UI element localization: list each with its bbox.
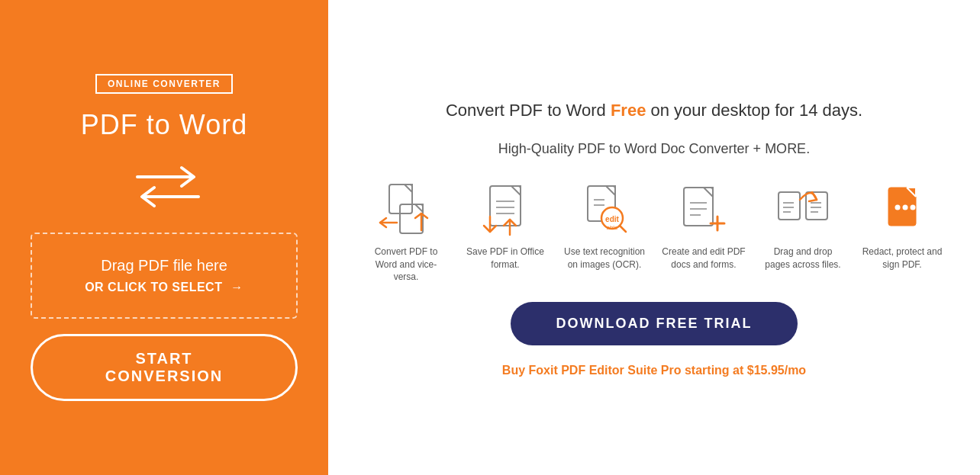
- svg-text:able: able: [606, 224, 618, 231]
- feature-ocr-label: Use text recognition on images (OCR).: [563, 246, 646, 271]
- feature-office: Save PDF in Office format.: [463, 178, 547, 271]
- sub-headline: High-Quality PDF to Word Doc Converter +…: [498, 141, 810, 157]
- headline: Convert PDF to Word Free on your desktop…: [446, 98, 862, 123]
- svg-line-16: [606, 186, 615, 195]
- svg-point-41: [903, 204, 908, 210]
- feature-office-label: Save PDF in Office format.: [463, 246, 547, 271]
- feature-drag: Drag and drop pages across files.: [761, 178, 845, 271]
- badge-label: ONLINE CONVERTER: [95, 74, 233, 94]
- svg-line-20: [620, 226, 626, 232]
- feature-redact: Redact, protect and sign PDF.: [860, 178, 944, 271]
- svg-text:edit: edit: [605, 215, 619, 223]
- drop-main-text: Drag PDF file here: [47, 257, 281, 274]
- svg-line-24: [704, 188, 713, 197]
- svg-line-9: [511, 186, 521, 195]
- svg-point-40: [895, 204, 901, 210]
- click-select-arrow: →: [230, 281, 243, 294]
- converter-title: PDF to Word: [81, 109, 247, 141]
- feature-redact-label: Redact, protect and sign PDF.: [860, 246, 944, 271]
- feature-convert: Convert PDF to Word and vice-versa.: [364, 178, 448, 284]
- right-panel: Convert PDF to Word Free on your desktop…: [328, 0, 980, 475]
- click-select-text: OR CLICK TO SELECT →: [85, 281, 243, 294]
- feature-ocr: edit able Use text recognition on images…: [563, 178, 646, 271]
- download-free-trial-button[interactable]: DOWNLOAD FREE TRIAL: [511, 302, 798, 345]
- feature-edit-label: Create and edit PDF docs and forms.: [662, 246, 746, 271]
- feature-drag-label: Drag and drop pages across files.: [761, 246, 845, 271]
- start-conversion-button[interactable]: START CONVERSION: [31, 334, 298, 401]
- svg-rect-8: [490, 186, 521, 226]
- features-row: Convert PDF to Word and vice-versa. Save…: [364, 178, 944, 284]
- feature-edit: Create and edit PDF docs and forms.: [662, 178, 746, 271]
- promo-link[interactable]: Buy Foxit PDF Editor Suite Pro starting …: [502, 364, 806, 377]
- headline-after: on your desktop for 14 days.: [646, 101, 862, 120]
- headline-before: Convert PDF to Word: [446, 101, 611, 120]
- svg-rect-31: [806, 192, 827, 220]
- headline-free: Free: [611, 101, 646, 120]
- svg-rect-30: [779, 192, 800, 220]
- feature-convert-label: Convert PDF to Word and vice-versa.: [364, 246, 448, 284]
- file-drop-zone[interactable]: Drag PDF file here OR CLICK TO SELECT →: [31, 233, 298, 319]
- left-panel: ONLINE CONVERTER PDF to Word Drag PDF fi…: [0, 0, 328, 475]
- svg-point-42: [911, 204, 916, 210]
- convert-arrows-icon: [130, 160, 198, 213]
